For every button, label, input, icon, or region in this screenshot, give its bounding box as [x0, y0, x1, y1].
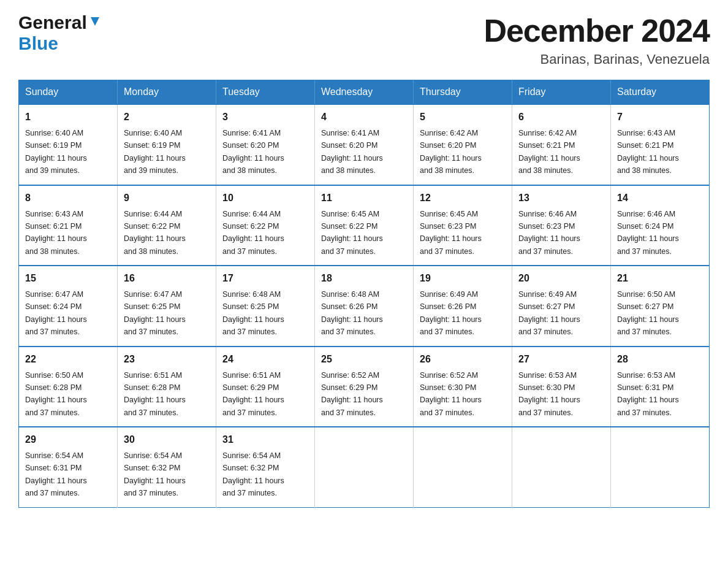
- day-number: 15: [25, 271, 111, 286]
- col-thursday: Thursday: [414, 80, 512, 105]
- table-row: 21 Sunrise: 6:50 AMSunset: 6:27 PMDaylig…: [611, 266, 710, 347]
- logo-arrow-icon: [88, 15, 102, 31]
- day-number: 11: [321, 191, 407, 205]
- logo-general-text: General: [18, 12, 87, 33]
- calendar-week-row: 8 Sunrise: 6:43 AMSunset: 6:21 PMDayligh…: [19, 185, 710, 266]
- day-info: Sunrise: 6:50 AMSunset: 6:28 PMDaylight:…: [25, 371, 87, 417]
- day-number: 1: [25, 110, 111, 124]
- day-number: 24: [222, 352, 308, 367]
- day-number: 26: [420, 352, 506, 367]
- day-number: 20: [518, 271, 604, 286]
- day-info: Sunrise: 6:47 AMSunset: 6:25 PMDaylight:…: [124, 290, 186, 336]
- logo: General Blue: [18, 12, 102, 54]
- table-row: 12 Sunrise: 6:45 AMSunset: 6:23 PMDaylig…: [414, 185, 512, 266]
- day-info: Sunrise: 6:42 AMSunset: 6:21 PMDaylight:…: [518, 129, 580, 175]
- day-number: 5: [420, 110, 506, 124]
- table-row: 23 Sunrise: 6:51 AMSunset: 6:28 PMDaylig…: [118, 347, 216, 427]
- table-row: 10 Sunrise: 6:44 AMSunset: 6:22 PMDaylig…: [216, 185, 315, 266]
- day-number: 12: [420, 191, 506, 205]
- day-number: 9: [124, 191, 210, 205]
- title-section: December 2024 Barinas, Barinas, Venezuel…: [483, 12, 710, 67]
- table-row: 31 Sunrise: 6:54 AMSunset: 6:32 PMDaylig…: [216, 427, 315, 507]
- day-number: 16: [124, 271, 210, 286]
- table-row: [315, 427, 414, 507]
- day-info: Sunrise: 6:40 AMSunset: 6:19 PMDaylight:…: [25, 129, 87, 175]
- day-number: 29: [25, 432, 111, 447]
- table-row: 6 Sunrise: 6:42 AMSunset: 6:21 PMDayligh…: [512, 104, 611, 185]
- calendar-week-row: 15 Sunrise: 6:47 AMSunset: 6:24 PMDaylig…: [19, 266, 710, 347]
- day-info: Sunrise: 6:54 AMSunset: 6:32 PMDaylight:…: [124, 451, 186, 497]
- day-info: Sunrise: 6:52 AMSunset: 6:29 PMDaylight:…: [321, 371, 383, 417]
- col-sunday: Sunday: [19, 80, 118, 105]
- table-row: 22 Sunrise: 6:50 AMSunset: 6:28 PMDaylig…: [19, 347, 118, 427]
- table-row: 11 Sunrise: 6:45 AMSunset: 6:22 PMDaylig…: [315, 185, 414, 266]
- day-info: Sunrise: 6:53 AMSunset: 6:31 PMDaylight:…: [617, 371, 679, 417]
- svg-marker-0: [91, 17, 99, 26]
- day-info: Sunrise: 6:54 AMSunset: 6:32 PMDaylight:…: [222, 451, 284, 497]
- day-info: Sunrise: 6:41 AMSunset: 6:20 PMDaylight:…: [321, 129, 383, 175]
- day-info: Sunrise: 6:42 AMSunset: 6:20 PMDaylight:…: [420, 129, 482, 175]
- day-number: 3: [222, 110, 308, 124]
- day-number: 30: [124, 432, 210, 447]
- table-row: [512, 427, 611, 507]
- day-number: 8: [25, 191, 111, 205]
- day-info: Sunrise: 6:48 AMSunset: 6:26 PMDaylight:…: [321, 290, 383, 336]
- table-row: 14 Sunrise: 6:46 AMSunset: 6:24 PMDaylig…: [611, 185, 710, 266]
- day-number: 7: [617, 110, 703, 124]
- day-info: Sunrise: 6:44 AMSunset: 6:22 PMDaylight:…: [222, 210, 284, 256]
- table-row: 20 Sunrise: 6:49 AMSunset: 6:27 PMDaylig…: [512, 266, 611, 347]
- calendar-week-row: 1 Sunrise: 6:40 AMSunset: 6:19 PMDayligh…: [19, 104, 710, 185]
- table-row: 15 Sunrise: 6:47 AMSunset: 6:24 PMDaylig…: [19, 266, 118, 347]
- day-number: 31: [222, 432, 308, 447]
- day-number: 23: [124, 352, 210, 367]
- day-info: Sunrise: 6:51 AMSunset: 6:28 PMDaylight:…: [124, 371, 186, 417]
- day-info: Sunrise: 6:54 AMSunset: 6:31 PMDaylight:…: [25, 451, 87, 497]
- day-info: Sunrise: 6:43 AMSunset: 6:21 PMDaylight:…: [25, 210, 87, 256]
- day-info: Sunrise: 6:41 AMSunset: 6:20 PMDaylight:…: [222, 129, 284, 175]
- day-info: Sunrise: 6:48 AMSunset: 6:25 PMDaylight:…: [222, 290, 284, 336]
- month-title: December 2024: [483, 12, 710, 49]
- day-info: Sunrise: 6:45 AMSunset: 6:22 PMDaylight:…: [321, 210, 383, 256]
- day-number: 14: [617, 191, 703, 205]
- logo-blue-text: Blue: [18, 33, 58, 53]
- calendar-header-row: Sunday Monday Tuesday Wednesday Thursday…: [19, 80, 710, 105]
- calendar-week-row: 29 Sunrise: 6:54 AMSunset: 6:31 PMDaylig…: [19, 427, 710, 507]
- day-info: Sunrise: 6:52 AMSunset: 6:30 PMDaylight:…: [420, 371, 482, 417]
- day-number: 19: [420, 271, 506, 286]
- day-info: Sunrise: 6:46 AMSunset: 6:23 PMDaylight:…: [518, 210, 580, 256]
- day-info: Sunrise: 6:45 AMSunset: 6:23 PMDaylight:…: [420, 210, 482, 256]
- table-row: 16 Sunrise: 6:47 AMSunset: 6:25 PMDaylig…: [118, 266, 216, 347]
- day-info: Sunrise: 6:50 AMSunset: 6:27 PMDaylight:…: [617, 290, 679, 336]
- table-row: 28 Sunrise: 6:53 AMSunset: 6:31 PMDaylig…: [611, 347, 710, 427]
- day-info: Sunrise: 6:43 AMSunset: 6:21 PMDaylight:…: [617, 129, 679, 175]
- day-number: 4: [321, 110, 407, 124]
- table-row: [414, 427, 512, 507]
- day-number: 27: [518, 352, 604, 367]
- day-number: 13: [518, 191, 604, 205]
- table-row: 13 Sunrise: 6:46 AMSunset: 6:23 PMDaylig…: [512, 185, 611, 266]
- table-row: 27 Sunrise: 6:53 AMSunset: 6:30 PMDaylig…: [512, 347, 611, 427]
- day-number: 21: [617, 271, 703, 286]
- table-row: 8 Sunrise: 6:43 AMSunset: 6:21 PMDayligh…: [19, 185, 118, 266]
- calendar-table: Sunday Monday Tuesday Wednesday Thursday…: [18, 80, 710, 508]
- day-number: 10: [222, 191, 308, 205]
- day-info: Sunrise: 6:44 AMSunset: 6:22 PMDaylight:…: [124, 210, 186, 256]
- page-header: General Blue December 2024 Barinas, Bari…: [18, 12, 710, 67]
- day-number: 18: [321, 271, 407, 286]
- day-number: 6: [518, 110, 604, 124]
- day-info: Sunrise: 6:46 AMSunset: 6:24 PMDaylight:…: [617, 210, 679, 256]
- day-number: 25: [321, 352, 407, 367]
- col-saturday: Saturday: [611, 80, 710, 105]
- table-row: 2 Sunrise: 6:40 AMSunset: 6:19 PMDayligh…: [118, 104, 216, 185]
- location-text: Barinas, Barinas, Venezuela: [483, 52, 710, 67]
- calendar-week-row: 22 Sunrise: 6:50 AMSunset: 6:28 PMDaylig…: [19, 347, 710, 427]
- table-row: 17 Sunrise: 6:48 AMSunset: 6:25 PMDaylig…: [216, 266, 315, 347]
- day-info: Sunrise: 6:49 AMSunset: 6:26 PMDaylight:…: [420, 290, 482, 336]
- day-number: 2: [124, 110, 210, 124]
- table-row: 1 Sunrise: 6:40 AMSunset: 6:19 PMDayligh…: [19, 104, 118, 185]
- col-monday: Monday: [118, 80, 216, 105]
- table-row: 3 Sunrise: 6:41 AMSunset: 6:20 PMDayligh…: [216, 104, 315, 185]
- table-row: 24 Sunrise: 6:51 AMSunset: 6:29 PMDaylig…: [216, 347, 315, 427]
- day-info: Sunrise: 6:53 AMSunset: 6:30 PMDaylight:…: [518, 371, 580, 417]
- table-row: 29 Sunrise: 6:54 AMSunset: 6:31 PMDaylig…: [19, 427, 118, 507]
